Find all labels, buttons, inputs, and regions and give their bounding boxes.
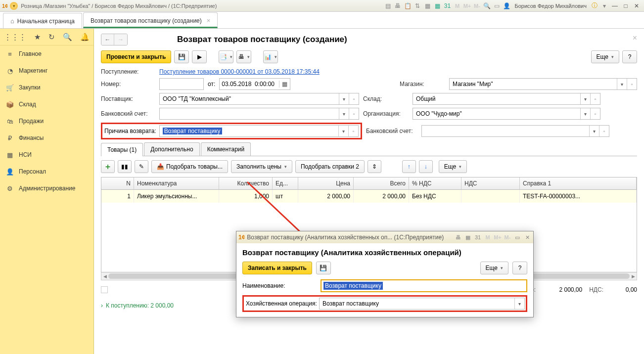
info-icon[interactable]: ⓘ: [590, 1, 599, 10]
attach-box[interactable]: [101, 286, 108, 293]
move-down-button[interactable]: ↓: [419, 160, 433, 173]
popup-restore-icon[interactable]: ▭: [513, 234, 521, 241]
popup-mplus-icon[interactable]: M+: [494, 234, 502, 240]
print-icon[interactable]: 🖶: [393, 1, 402, 10]
post-button[interactable]: ▶: [192, 50, 207, 63]
popup-save-close-button[interactable]: Записать и закрыть: [242, 262, 312, 274]
sidebar-item-personnel[interactable]: 👤Персонал: [0, 163, 93, 180]
print-preview-icon[interactable]: ▤: [383, 1, 392, 10]
popup-save-button[interactable]: 💾: [316, 262, 331, 274]
back-round-button[interactable]: ▾: [10, 2, 18, 10]
col-ed[interactable]: Ед...: [273, 177, 298, 189]
apps-icon[interactable]: ⋮⋮⋮: [4, 33, 26, 42]
copy-icon[interactable]: 📋: [403, 1, 412, 10]
tab-goods[interactable]: Товары (1): [101, 143, 143, 156]
report-button[interactable]: 📊▾: [263, 50, 278, 63]
m-plus-icon[interactable]: M+: [462, 1, 471, 10]
tab-comment[interactable]: Комментарий: [201, 142, 251, 156]
nav-forward-button[interactable]: →: [114, 34, 127, 45]
popup-print-icon[interactable]: 🖶: [454, 234, 462, 240]
calc-icon[interactable]: ▦: [423, 1, 432, 10]
sidebar-item-warehouse[interactable]: 📦Склад: [0, 96, 93, 113]
page-close-icon[interactable]: ×: [633, 34, 637, 43]
warehouse-combo[interactable]: Общий▾▫: [413, 93, 600, 105]
m-icon[interactable]: M: [453, 1, 461, 10]
open-icon[interactable]: ▫: [349, 108, 359, 119]
zoom-icon[interactable]: 🔍: [482, 1, 491, 10]
dropdown-icon[interactable]: ▾: [580, 108, 590, 119]
popup-help-button[interactable]: ?: [512, 262, 527, 274]
popup-name-input[interactable]: Возврат поставщику: [321, 279, 527, 292]
open-icon[interactable]: ▫: [349, 93, 359, 104]
popup-more-button[interactable]: Еще▾: [480, 262, 508, 274]
dropdown-icon[interactable]: ▾: [617, 79, 627, 89]
open-icon[interactable]: ▫: [348, 126, 358, 136]
sidebar-item-finance[interactable]: ₽Финансы: [0, 130, 93, 146]
bank2-combo[interactable]: ▾▫: [421, 125, 609, 137]
number-input[interactable]: [159, 78, 204, 90]
dropdown-icon[interactable]: ▾: [600, 1, 609, 10]
col-total[interactable]: Всего: [354, 177, 409, 189]
tab-document[interactable]: Возврат товаров поставщику (создание) ×: [83, 12, 218, 28]
move-up-button[interactable]: ↑: [402, 160, 416, 173]
bank-combo[interactable]: ▾▫: [159, 108, 359, 120]
open-icon[interactable]: ▫: [590, 108, 600, 119]
add-row-button[interactable]: ＋: [101, 160, 115, 173]
col-nom[interactable]: Номенклатура: [134, 177, 219, 189]
receipt-link[interactable]: Поступление товаров 0000-000001 от 03.05…: [159, 68, 320, 75]
table-row[interactable]: 1 Ликер эмульсионны... 1,000 шт 2 000,00…: [101, 190, 637, 203]
dropdown-icon[interactable]: ▾: [339, 108, 349, 119]
help-button[interactable]: ?: [622, 50, 637, 63]
col-nds[interactable]: НДС: [461, 177, 520, 189]
reason-combo[interactable]: Возврат поставщику▾▫: [159, 125, 359, 137]
copy-doc-button[interactable]: 📑▾: [219, 50, 233, 63]
col-qty[interactable]: Количество: [219, 177, 273, 189]
popup-calc-icon[interactable]: ▦: [464, 234, 472, 241]
print-doc-button[interactable]: 🖶▾: [236, 50, 251, 63]
search-icon[interactable]: 🔍: [63, 33, 72, 42]
maximize-button[interactable]: □: [620, 2, 631, 9]
dropdown-icon[interactable]: ▾: [589, 126, 599, 136]
fill-prices-button[interactable]: Заполнить цены▾: [231, 160, 292, 173]
calendar-picker-icon[interactable]: ▦: [279, 81, 290, 88]
expand-button[interactable]: ⇕: [368, 160, 381, 173]
open-icon[interactable]: ▫: [599, 126, 609, 136]
popup-cal-icon[interactable]: 31: [474, 234, 482, 240]
dropdown-icon[interactable]: ▾: [580, 93, 590, 104]
supplier-combo[interactable]: ООО "ТД "Комплексный"▾▫: [159, 93, 359, 105]
popup-op-combo[interactable]: Возврат поставщику▾: [319, 298, 525, 310]
col-vat[interactable]: % НДС: [409, 177, 461, 189]
panel-icon[interactable]: ▭: [492, 1, 501, 10]
col-n[interactable]: N: [101, 177, 134, 189]
calendar31-icon[interactable]: 31: [443, 1, 452, 10]
popup-m-icon[interactable]: M: [484, 234, 492, 240]
open-icon[interactable]: ▫: [590, 93, 600, 104]
nav-back-button[interactable]: ←: [101, 34, 114, 45]
barcode-button[interactable]: ▮▮: [118, 160, 132, 173]
dropdown-icon[interactable]: ▾: [339, 93, 349, 104]
pick-refs-button[interactable]: Подобрать справки 2: [295, 160, 365, 173]
sidebar-item-nsi[interactable]: ▦НСИ: [0, 146, 93, 163]
sidebar-item-marketing[interactable]: ◔Маркетинг: [0, 62, 93, 79]
sidebar-item-main[interactable]: ≡Главное: [0, 45, 93, 62]
col-ref[interactable]: Справка 1: [520, 177, 637, 189]
bell-icon[interactable]: 🔔: [80, 33, 90, 42]
edit-row-button[interactable]: ✎: [135, 160, 148, 173]
star-icon[interactable]: ★: [34, 33, 41, 42]
save-button[interactable]: 💾: [174, 50, 189, 63]
dropdown-icon[interactable]: ▾: [338, 126, 348, 136]
open-icon[interactable]: ▫: [627, 79, 637, 89]
pick-goods-button[interactable]: 📥 Подобрать товары...: [151, 160, 228, 173]
sidebar-item-sales[interactable]: 🛍Продажи: [0, 113, 93, 130]
history-icon[interactable]: ↻: [48, 33, 55, 42]
post-and-close-button[interactable]: Провести и закрыть: [101, 50, 171, 63]
col-price[interactable]: Цена: [298, 177, 354, 189]
minimize-button[interactable]: —: [609, 2, 620, 9]
sidebar-item-purchases[interactable]: 🛒Закупки: [0, 79, 93, 96]
popup-mminus-icon[interactable]: M-: [504, 234, 511, 240]
compare-icon[interactable]: ⇅: [413, 1, 422, 10]
tab-close-icon[interactable]: ×: [207, 17, 211, 24]
tab-extra[interactable]: Дополнительно: [144, 142, 199, 156]
sidebar-item-admin[interactable]: ⚙Администрирование: [0, 180, 93, 197]
dropdown-icon[interactable]: ▾: [514, 298, 524, 309]
